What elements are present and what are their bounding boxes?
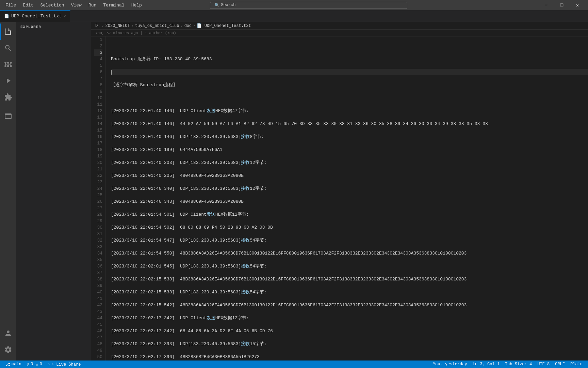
warning-count: 0 bbox=[39, 362, 42, 367]
close-button[interactable]: ✕ bbox=[570, 0, 585, 10]
code-line-4: 【逐字节解析 Bootstrap流程】 bbox=[111, 82, 588, 88]
breadcrumb-2023: 2023_NBIOT bbox=[105, 24, 130, 28]
code-line-1 bbox=[111, 43, 588, 49]
title-bar: File Edit Selection View Run Terminal He… bbox=[0, 0, 588, 10]
status-author[interactable]: You, yesterday bbox=[430, 361, 470, 368]
warning-icon: ⚠ bbox=[36, 362, 38, 367]
breadcrumb-file: 📄 UDP_Onenet_Test.txt bbox=[197, 23, 251, 28]
activity-accounts[interactable] bbox=[0, 325, 16, 341]
sidebar-title: EXPLORER bbox=[16, 22, 91, 32]
language-text: Plain bbox=[570, 362, 583, 367]
code-line-10: [2023/3/10 22:01:40 203] UDP[183.230.40.… bbox=[111, 159, 588, 166]
status-language[interactable]: Plain bbox=[568, 361, 585, 368]
error-count: 0 bbox=[31, 362, 33, 367]
menu-bar: File Edit Selection View Run Terminal He… bbox=[3, 2, 145, 9]
activity-settings[interactable] bbox=[0, 341, 16, 358]
branch-icon: ⎇ bbox=[5, 362, 10, 367]
code-line-25: [2023/3/10 22:02:17 396] 48B2886B2B4CA30… bbox=[111, 354, 588, 360]
editor-area: D: › 2023_NBIOT › tuya_os_nbiot_club › d… bbox=[91, 22, 588, 361]
branch-name: main bbox=[12, 362, 21, 367]
tab-udp-onenet[interactable]: 📄 UDP_Onenet_Test.txt ✕ bbox=[0, 10, 70, 22]
code-line-16: [2023/3/10 22:01:54 547] UDP[183.230.40.… bbox=[111, 237, 588, 244]
author-text: You, yesterday bbox=[433, 362, 467, 367]
menu-terminal[interactable]: Terminal bbox=[100, 2, 127, 9]
status-position[interactable]: Ln 3, Col 1 bbox=[470, 361, 502, 368]
tab-label: UDP_Onenet_Test.txt bbox=[11, 14, 62, 19]
code-line-9: [2023/3/10 22:01:40 199] 6444A75959A7F6A… bbox=[111, 147, 588, 153]
activity-run-debug[interactable] bbox=[0, 73, 16, 89]
breadcrumb: D: › 2023_NBIOT › tuya_os_nbiot_club › d… bbox=[91, 22, 588, 30]
breadcrumb-d: D: bbox=[95, 24, 100, 28]
code-line-23: [2023/3/10 22:02:17 342] 68 44 88 6A 3A … bbox=[111, 328, 588, 334]
status-right: You, yesterday Ln 3, Col 1 Tab Size: 4 U… bbox=[430, 361, 585, 368]
status-tab-size[interactable]: Tab Size: 4 bbox=[502, 361, 535, 368]
tab-bar: 📄 UDP_Onenet_Test.txt ✕ bbox=[0, 10, 588, 22]
error-icon: ✗ bbox=[27, 362, 29, 367]
code-line-5 bbox=[111, 95, 588, 101]
code-line-3 bbox=[111, 69, 588, 75]
position-text: Ln 3, Col 1 bbox=[473, 362, 500, 367]
code-line-17: [2023/3/10 22:01:54 550] 48B3886A3AD26E4… bbox=[111, 250, 588, 257]
activity-explorer[interactable] bbox=[0, 24, 16, 40]
code-line-6: [2023/3/10 22:01:40 146] UDP Client发送HEX… bbox=[111, 108, 588, 114]
code-line-24: [2023/3/10 22:02:17 393] UDP[183.230.40.… bbox=[111, 341, 588, 347]
file-info-bar: You, 57 minutes ago | 1 author (You) bbox=[91, 30, 588, 36]
search-placeholder: Search bbox=[221, 3, 235, 7]
file-icon: 📄 bbox=[4, 14, 9, 19]
activity-search[interactable] bbox=[0, 40, 16, 56]
status-errors[interactable]: ✗ 0 ⚠ 0 bbox=[24, 361, 45, 368]
tab-close-icon[interactable]: ✕ bbox=[64, 14, 66, 18]
live-share-icon: ⚡ bbox=[48, 362, 50, 367]
code-line-12: [2023/3/10 22:01:46 340] UDP[183.230.40.… bbox=[111, 185, 588, 192]
code-line-11: [2023/3/10 22:01:40 205] 48048869F4502B9… bbox=[111, 172, 588, 179]
live-share-label: ⚡ Live Share bbox=[51, 362, 81, 367]
code-line-19: [2023/3/10 22:02:15 538] 48B3886A3AD26E4… bbox=[111, 276, 588, 282]
maximize-button[interactable]: □ bbox=[554, 0, 570, 10]
activity-source-control[interactable] bbox=[0, 56, 16, 73]
sidebar: EXPLORER bbox=[16, 22, 91, 361]
menu-edit[interactable]: Edit bbox=[20, 2, 36, 9]
tab-size-text: Tab Size: 4 bbox=[505, 362, 532, 367]
code-line-21: [2023/3/10 22:02:15 542] 48B3886A3AD26E4… bbox=[111, 302, 588, 308]
author-info: You, 57 minutes ago | 1 author (You) bbox=[95, 31, 176, 35]
code-line-22: [2023/3/10 22:02:17 342] UDP Client发送HEX… bbox=[111, 315, 588, 321]
breadcrumb-doc: doc bbox=[184, 24, 192, 28]
status-bar: ⎇ main ✗ 0 ⚠ 0 ⚡ ⚡ Live Share You, yeste… bbox=[0, 361, 588, 368]
eol-text: CRLF bbox=[555, 362, 565, 367]
code-content: Bootstrap 服务器 IP: 183.230.40.39:5683 【逐字… bbox=[105, 36, 588, 361]
activity-bar bbox=[0, 22, 16, 361]
code-line-2: Bootstrap 服务器 IP: 183.230.40.39:5683 bbox=[111, 56, 588, 62]
window-controls: − □ ✕ bbox=[538, 0, 585, 10]
code-line-7: [2023/3/10 22:01:40 146] 44 02 A7 59 59 … bbox=[111, 121, 588, 127]
menu-file[interactable]: File bbox=[3, 2, 19, 9]
line-numbers: 1 2 3 4 5 6 7 8 9 10 11 12 13 14 15 16 1 bbox=[91, 36, 105, 361]
search-icon: 🔍 bbox=[214, 3, 219, 8]
status-live-share[interactable]: ⚡ ⚡ Live Share bbox=[45, 361, 84, 368]
main-area: EXPLORER D: › 2023_NBIOT › tuya_os_nbiot… bbox=[0, 22, 588, 361]
code-line-14: [2023/3/10 22:01:54 501] UDP Client发送HEX… bbox=[111, 211, 588, 218]
menu-run[interactable]: Run bbox=[86, 2, 99, 9]
menu-view[interactable]: View bbox=[68, 2, 84, 9]
breadcrumb-tuya: tuya_os_nbiot_club bbox=[135, 24, 179, 28]
code-line-15: [2023/3/10 22:01:54 502] 68 80 88 69 F4 … bbox=[111, 224, 588, 231]
search-bar[interactable]: 🔍 Search bbox=[210, 2, 407, 9]
activity-remote-explorer[interactable] bbox=[0, 108, 16, 124]
menu-selection[interactable]: Selection bbox=[37, 2, 67, 9]
status-encoding[interactable]: UTF-8 bbox=[535, 361, 552, 368]
status-eol[interactable]: CRLF bbox=[552, 361, 568, 368]
code-line-8: [2023/3/10 22:01:40 146] UDP[183.230.40.… bbox=[111, 134, 588, 140]
activity-bar-bottom bbox=[0, 325, 16, 361]
encoding-text: UTF-8 bbox=[537, 362, 550, 367]
app: 📄 UDP_Onenet_Test.txt ✕ bbox=[0, 10, 588, 368]
code-line-13: [2023/3/10 22:01:46 343] 48048869F4502B9… bbox=[111, 198, 588, 205]
minimize-button[interactable]: − bbox=[538, 0, 554, 10]
activity-extensions[interactable] bbox=[0, 89, 16, 105]
status-branch[interactable]: ⎇ main bbox=[3, 361, 24, 368]
menu-help[interactable]: Help bbox=[129, 2, 145, 9]
code-line-18: [2023/3/10 22:02:01 545] UDP[183.230.40.… bbox=[111, 263, 588, 270]
code-line-20: [2023/3/10 22:02:15 538] UDP[183.230.40.… bbox=[111, 289, 588, 295]
code-editor[interactable]: 1 2 3 4 5 6 7 8 9 10 11 12 13 14 15 16 1 bbox=[91, 36, 588, 361]
